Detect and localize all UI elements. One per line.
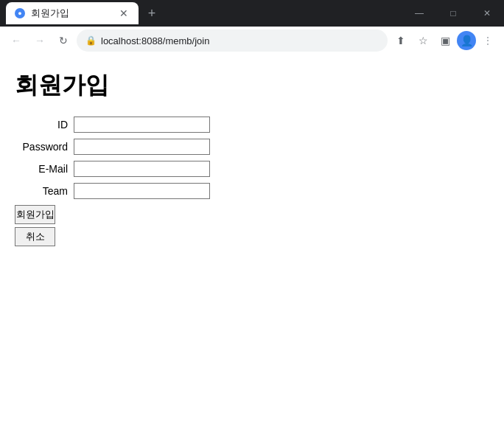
team-label: Team (15, 185, 74, 197)
tab-bar-container: ● 회원가입 ✕ + — □ ✕ (0, 0, 504, 27)
page-content: 회원가입 ID Password E-Mail Team 회원가입 취소 (0, 55, 504, 424)
email-row: E-Mail (15, 161, 489, 177)
new-tab-button[interactable]: + (141, 3, 162, 24)
page-title: 회원가입 (15, 69, 489, 102)
password-label: Password (15, 141, 74, 153)
id-field[interactable] (74, 117, 210, 133)
back-button[interactable]: ← (6, 30, 27, 51)
password-field[interactable] (74, 139, 210, 155)
cancel-button[interactable]: 취소 (15, 227, 55, 246)
forward-button[interactable]: → (29, 30, 50, 51)
address-bar: ← → ↻ 🔒 localhost:8088/memb/join ⬆ ☆ ▣ 👤… (0, 27, 504, 55)
registration-form: ID Password E-Mail Team 회원가입 취소 (15, 117, 489, 246)
lock-icon: 🔒 (85, 35, 97, 46)
share-button[interactable]: ⬆ (391, 30, 411, 51)
email-field[interactable] (74, 161, 210, 177)
browser-chrome: ● 회원가입 ✕ + — □ ✕ ← → ↻ 🔒 localhost:8088/… (0, 0, 504, 55)
refresh-button[interactable]: ↻ (53, 30, 74, 51)
address-actions: ⬆ ☆ ▣ 👤 ⋮ (391, 30, 498, 51)
bookmark-button[interactable]: ☆ (413, 30, 433, 51)
tab-title: 회원가입 (31, 7, 112, 20)
profile-button[interactable]: 👤 (457, 31, 476, 50)
minimize-button[interactable]: — (402, 0, 436, 27)
window-controls: — □ ✕ (402, 0, 504, 27)
tablet-button[interactable]: ▣ (435, 30, 455, 51)
url-bar[interactable]: 🔒 localhost:8088/memb/join (77, 29, 388, 52)
password-row: Password (15, 139, 489, 155)
email-label: E-Mail (15, 163, 74, 175)
active-tab[interactable]: ● 회원가입 ✕ (6, 2, 139, 24)
tab-favicon: ● (15, 8, 25, 18)
team-field[interactable] (74, 183, 210, 199)
form-buttons: 회원가입 취소 (15, 205, 489, 246)
id-row: ID (15, 117, 489, 133)
id-label: ID (15, 119, 74, 131)
url-text: localhost:8088/memb/join (101, 35, 209, 46)
submit-button[interactable]: 회원가입 (15, 205, 55, 224)
team-row: Team (15, 183, 489, 199)
tab-close-button[interactable]: ✕ (118, 7, 130, 19)
close-button[interactable]: ✕ (470, 0, 504, 27)
maximize-button[interactable]: □ (436, 0, 470, 27)
menu-button[interactable]: ⋮ (477, 30, 498, 51)
